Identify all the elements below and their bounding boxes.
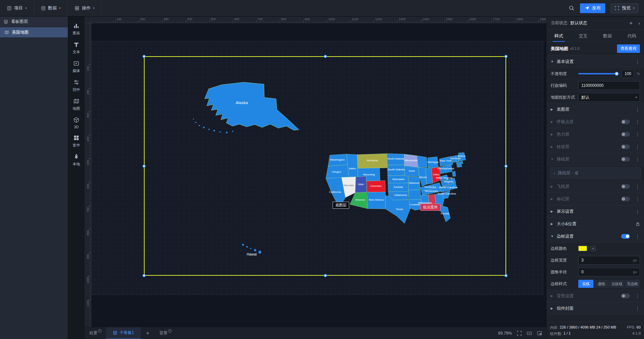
border-style-solid[interactable]: 实线	[578, 280, 594, 288]
rail-item-chart[interactable]: 图表	[68, 23, 85, 36]
kebab-menu-icon[interactable]: ⋮	[635, 306, 640, 311]
add-foreground-icon[interactable]: +	[98, 329, 101, 333]
border-style-none[interactable]: 无边框	[625, 280, 640, 288]
kebab-menu-icon[interactable]: ⋮	[635, 59, 640, 64]
kebab-menu-icon[interactable]: ⋮	[635, 234, 640, 239]
kebab-menu-icon[interactable]: ⋮	[635, 209, 640, 214]
section-display-settings[interactable]: ▶ 展示设置 ⋮	[547, 205, 644, 218]
border-width-input[interactable]: 3 px	[578, 256, 640, 265]
rail-item-cube[interactable]: 3D	[68, 117, 85, 129]
selection-handle-mid-right[interactable]	[504, 165, 508, 168]
tab-data[interactable]: 数据	[595, 30, 620, 42]
section-background-settings[interactable]: ▶ 背景设置 ⋮	[547, 290, 644, 302]
kebab-menu-icon[interactable]: ⋮	[635, 119, 640, 125]
tab-code[interactable]: 代码	[620, 30, 644, 42]
minimap-icon[interactable]	[537, 331, 542, 336]
section-bar-layer[interactable]: ▶ 柱状层 ⋮	[547, 141, 644, 153]
foreground-label[interactable]: 前景 +	[85, 330, 106, 336]
state-alaska[interactable]	[205, 82, 299, 130]
heat-layer-toggle[interactable]	[621, 132, 630, 137]
add-background-icon[interactable]: +	[168, 329, 172, 333]
state-wisconsin[interactable]	[417, 156, 428, 167]
kebab-menu-icon[interactable]: ⋮	[635, 196, 640, 202]
selected-component-us-map[interactable]: Alaska WashingtonOregonCaliforniaIdahoNe…	[144, 56, 506, 276]
add-tab-button[interactable]: +	[141, 330, 155, 336]
section-breath-layer[interactable]: ▶ 呼吸点层 ⋮	[547, 116, 644, 128]
tutorial-button[interactable]: 查看教程	[617, 44, 640, 53]
route-layer-province-row[interactable]: › 路线层 - 省	[550, 167, 641, 179]
rail-item-kit[interactable]: 套件	[68, 135, 85, 148]
border-style-dotted[interactable]: 点状线	[609, 280, 625, 288]
keyboard-shortcuts-icon[interactable]	[527, 331, 532, 336]
border-color-swatch[interactable]	[578, 246, 587, 251]
hawaii-island[interactable]	[258, 251, 262, 254]
selection-handle-bottom-left[interactable]	[143, 274, 146, 277]
chevron-right-icon[interactable]: ›	[638, 20, 640, 26]
tab-sub-board-1[interactable]: 子看板1	[106, 327, 141, 339]
lock-icon[interactable]	[636, 222, 640, 226]
section-route-layer[interactable]: ▼ 路线层 ⋮	[547, 153, 644, 166]
route-layer-toggle[interactable]	[621, 157, 630, 162]
section-size-position[interactable]: ▶ 大小&位置	[547, 218, 644, 230]
background-toggle[interactable]	[621, 294, 630, 298]
kebab-menu-icon[interactable]: ⋮	[635, 157, 640, 162]
search-icon[interactable]	[569, 5, 575, 11]
section-base-layer[interactable]: ▶ 底图层 ⋮	[547, 103, 644, 116]
selection-handle-top-mid[interactable]	[324, 55, 327, 58]
kebab-menu-icon[interactable]: ⋮	[635, 144, 640, 149]
state-label: Oklahoma	[394, 194, 407, 197]
section-heat-layer[interactable]: ▶ 热力层 ⋮	[547, 128, 644, 141]
opacity-slider[interactable]	[578, 73, 617, 74]
zoom-level[interactable]: 69.79%	[498, 331, 512, 336]
breath-layer-toggle[interactable]	[621, 120, 630, 124]
section-flyline-layer[interactable]: ▶ 飞线层 ⋮	[547, 180, 644, 193]
selection-handle-top-left[interactable]	[143, 55, 146, 58]
color-dropdown-icon[interactable]: ▾	[590, 246, 596, 251]
selection-handle-bottom-right[interactable]	[504, 274, 508, 277]
selection-handle-mid-left[interactable]	[143, 165, 146, 168]
selection-handle-top-right[interactable]	[504, 55, 508, 58]
rail-item-widget[interactable]: 控件	[68, 79, 85, 92]
menu-database[interactable]: 数据▾	[34, 0, 68, 16]
preview-button[interactable]: 预览 ▾	[611, 3, 639, 13]
border-settings-toggle[interactable]	[621, 234, 630, 239]
section-basic-settings[interactable]: ▼ 基本设置 ⋮	[547, 56, 644, 68]
rail-item-map[interactable]: 地图	[68, 98, 85, 111]
admin-code-input[interactable]: 1100000000	[578, 81, 640, 90]
kebab-menu-icon[interactable]: ⋮	[635, 184, 640, 189]
rail-item-text[interactable]: 文本	[68, 41, 85, 55]
marker-layer-toggle[interactable]	[621, 197, 630, 201]
fit-screen-icon[interactable]	[517, 331, 522, 336]
tab-style[interactable]: 样式	[547, 30, 571, 42]
flyline-layer-toggle[interactable]	[621, 184, 630, 189]
hawaii-island[interactable]	[242, 244, 244, 246]
kebab-menu-icon[interactable]: ⋮	[635, 293, 640, 299]
kebab-menu-icon[interactable]: ⋮	[635, 132, 640, 137]
canvas-viewport[interactable]: Alaska WashingtonOregonCaliforniaIdahoNe…	[91, 23, 546, 327]
rail-item-rocket[interactable]: 本地	[68, 154, 85, 167]
slider-knob[interactable]	[615, 72, 619, 76]
hawaii-island[interactable]	[254, 249, 256, 251]
bar-layer-toggle[interactable]	[621, 144, 630, 149]
corner-radius-input[interactable]: 0 px	[578, 268, 640, 276]
state-new-jersey[interactable]	[452, 171, 456, 176]
border-style-dashed[interactable]: 虚线	[594, 280, 609, 288]
projection-select[interactable]: 默认 ▾	[578, 93, 640, 102]
opacity-input[interactable]: 100	[622, 70, 634, 78]
selection-handle-bottom-mid[interactable]	[324, 274, 327, 277]
publish-button[interactable]: 发布	[580, 3, 605, 13]
menu-ops[interactable]: 操作▾	[68, 0, 102, 16]
layer-item-us-map[interactable]: 美国地图	[0, 27, 68, 37]
kebab-menu-icon[interactable]: ⋮	[635, 107, 640, 112]
hawaii-island[interactable]	[250, 248, 251, 249]
background-label[interactable]: 背景 +	[155, 330, 176, 336]
section-marker-layer[interactable]: ▶ 标记层 ⋮	[547, 193, 644, 205]
rail-item-media[interactable]: 媒体	[68, 60, 85, 73]
menu-project[interactable]: 项目▾	[0, 0, 34, 16]
hawaii-island[interactable]	[246, 246, 248, 248]
section-border-settings[interactable]: ▼ 边框设置 ⋮	[547, 230, 644, 243]
tab-interaction[interactable]: 交互	[571, 30, 595, 42]
section-component-cover[interactable]: ▶ 组件封面 ⋮	[547, 302, 644, 315]
add-state-icon[interactable]: +	[630, 20, 633, 26]
state-arkansas[interactable]	[409, 190, 421, 200]
